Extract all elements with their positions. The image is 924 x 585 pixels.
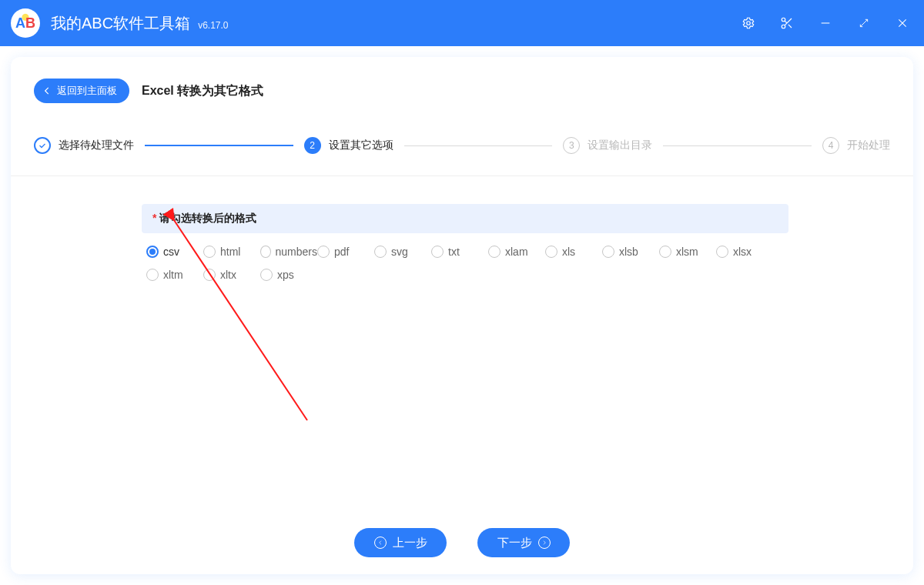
format-radio-xls[interactable]: xls xyxy=(545,246,602,258)
radio-dot xyxy=(203,246,216,258)
format-label: xltm xyxy=(163,269,183,281)
step-indicator: 选择待处理文件 2 设置其它选项 3 设置输出目录 4 开始处理 xyxy=(34,137,890,154)
svg-point-1 xyxy=(782,18,785,22)
step-4: 4 开始处理 xyxy=(822,137,890,154)
radio-dot xyxy=(431,246,444,258)
step-3-badge: 3 xyxy=(563,137,580,154)
format-radio-pdf[interactable]: pdf xyxy=(317,246,374,258)
format-label: xlsb xyxy=(619,246,638,258)
format-radio-xlsm[interactable]: xlsm xyxy=(659,246,716,258)
format-radio-xlsx[interactable]: xlsx xyxy=(716,246,773,258)
format-label: pdf xyxy=(334,246,349,258)
format-label: xps xyxy=(277,269,294,281)
title-area: 我的ABC软件工具箱 v6.17.0 xyxy=(51,13,229,34)
format-label: html xyxy=(220,246,240,258)
radio-dot xyxy=(203,269,216,281)
step-2-badge: 2 xyxy=(304,137,321,154)
prev-button[interactable]: 上一步 xyxy=(354,528,447,557)
format-radio-numbers[interactable]: numbers xyxy=(260,246,317,258)
section-title: 请勾选转换后的格式 xyxy=(159,212,256,224)
tools-button[interactable] xyxy=(779,15,795,31)
format-radio-xltm[interactable]: xltm xyxy=(146,269,203,281)
back-button-label: 返回到主面板 xyxy=(57,84,117,98)
expand-icon xyxy=(859,18,869,28)
format-radio-group: csvhtmlnumberspdfsvgtxtxlamxlsxlsbxlsmxl… xyxy=(142,233,788,281)
step-1-badge xyxy=(34,137,51,154)
step-1: 选择待处理文件 xyxy=(34,137,134,154)
format-label: xltx xyxy=(220,269,236,281)
back-button[interactable]: 返回到主面板 xyxy=(34,79,129,103)
app-version: v6.17.0 xyxy=(198,20,228,31)
step-2-label: 设置其它选项 xyxy=(329,139,393,152)
format-radio-xlsb[interactable]: xlsb xyxy=(602,246,659,258)
check-icon xyxy=(38,141,47,150)
format-label: xlsm xyxy=(676,246,698,258)
format-radio-svg[interactable]: svg xyxy=(374,246,431,258)
radio-dot xyxy=(545,246,557,258)
format-radio-xps[interactable]: xps xyxy=(260,269,317,281)
app-title: 我的ABC软件工具箱 xyxy=(51,13,190,34)
radio-dot xyxy=(260,269,273,281)
prev-button-label: 上一步 xyxy=(393,536,427,550)
minimize-button[interactable] xyxy=(818,15,833,31)
main-panel: 返回到主面板 Excel 转换为其它格式 选择待处理文件 2 设置其它选项 3 … xyxy=(11,57,913,574)
radio-dot xyxy=(374,246,387,258)
svg-point-0 xyxy=(747,22,751,25)
step-4-label: 开始处理 xyxy=(847,139,890,152)
format-label: csv xyxy=(163,246,179,258)
gear-icon xyxy=(742,16,755,30)
required-mark: * xyxy=(152,212,156,224)
format-radio-csv[interactable]: csv xyxy=(146,246,203,258)
close-button[interactable] xyxy=(895,15,910,31)
minimize-icon xyxy=(819,17,832,29)
scissors-icon xyxy=(780,16,794,30)
format-label: xlsx xyxy=(733,246,752,258)
chevron-left-icon xyxy=(42,85,52,96)
svg-point-2 xyxy=(782,25,785,28)
step-2: 2 设置其它选项 xyxy=(304,137,393,154)
section-header: *请勾选转换后的格式 xyxy=(142,204,788,233)
chevron-left-circle-icon xyxy=(374,537,387,549)
format-label: numbers xyxy=(276,246,317,258)
next-button-label: 下一步 xyxy=(497,536,532,550)
radio-dot xyxy=(602,246,614,258)
page-title: Excel 转换为其它格式 xyxy=(142,83,263,99)
format-label: svg xyxy=(391,246,408,258)
close-icon xyxy=(896,17,909,29)
format-label: xls xyxy=(562,246,575,258)
wizard-footer: 上一步 下一步 xyxy=(34,517,890,557)
step-4-badge: 4 xyxy=(822,137,839,154)
settings-button[interactable] xyxy=(741,15,756,31)
format-radio-txt[interactable]: txt xyxy=(431,246,488,258)
radio-dot xyxy=(146,269,159,281)
app-logo: AB xyxy=(11,8,40,38)
step-3: 3 设置输出目录 xyxy=(563,137,652,154)
format-radio-xlam[interactable]: xlam xyxy=(488,246,545,258)
radio-dot xyxy=(146,246,159,258)
maximize-button[interactable] xyxy=(856,15,872,31)
step-3-label: 设置输出目录 xyxy=(588,139,652,152)
radio-dot xyxy=(488,246,500,258)
radio-dot xyxy=(260,246,271,258)
format-section: *请勾选转换后的格式 csvhtmlnumberspdfsvgtxtxlamxl… xyxy=(142,204,788,281)
format-label: xlam xyxy=(505,246,528,258)
format-label: txt xyxy=(448,246,460,258)
chevron-right-circle-icon xyxy=(538,537,551,549)
radio-dot xyxy=(317,246,330,258)
format-radio-xltx[interactable]: xltx xyxy=(203,269,260,281)
radio-dot xyxy=(659,246,671,258)
next-button[interactable]: 下一步 xyxy=(477,528,570,557)
window-titlebar: AB 我的ABC软件工具箱 v6.17.0 xyxy=(0,0,924,46)
step-1-label: 选择待处理文件 xyxy=(59,139,134,152)
radio-dot xyxy=(716,246,728,258)
format-radio-html[interactable]: html xyxy=(203,246,260,258)
